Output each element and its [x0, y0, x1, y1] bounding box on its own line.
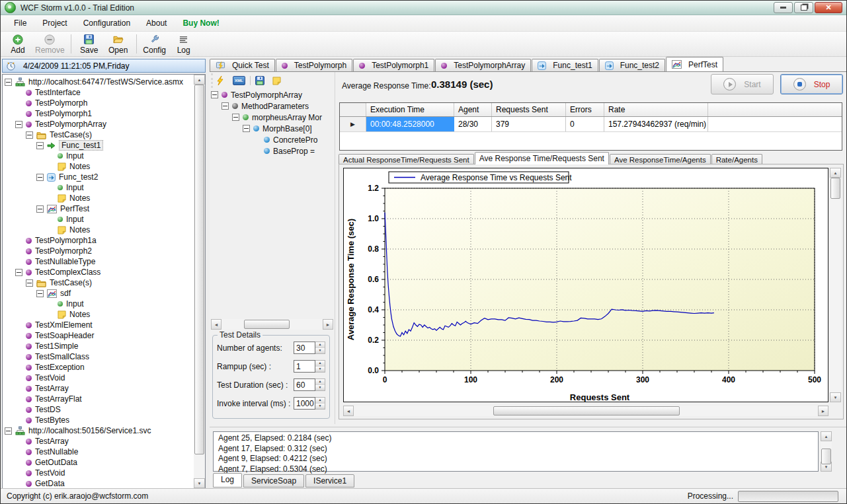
tree-expander-icon[interactable]: [36, 142, 44, 149]
service-tree-node[interactable]: TestArrayFlat: [5, 394, 205, 404]
log-tab-log[interactable]: Log: [213, 473, 242, 487]
grid-cell[interactable]: 00:00:48.2528000: [366, 117, 454, 131]
log-output[interactable]: Agent 25, Elapsed: 0.2184 (sec)Agent 17,…: [213, 431, 819, 472]
remove-button[interactable]: Remove: [32, 32, 67, 55]
start-button[interactable]: Start: [711, 74, 774, 94]
parameter-tree-node[interactable]: ConcretePro: [211, 134, 333, 145]
restore-button[interactable]: [794, 2, 813, 13]
service-tree-node[interactable]: Func_test2: [5, 172, 205, 182]
service-tree-scrollbar[interactable]: ▲ ▼: [194, 75, 205, 488]
menu-item-configuration[interactable]: Configuration: [75, 16, 138, 30]
scrollbar-thumb[interactable]: [244, 320, 290, 329]
service-tree-node[interactable]: Notes: [5, 193, 205, 203]
grid-cell[interactable]: 379: [492, 117, 566, 131]
tree-expander-icon[interactable]: [232, 114, 239, 121]
chart-tab-ave-responsetime-agents[interactable]: Ave ResponseTime/Agents: [610, 154, 711, 164]
tree-expander-icon[interactable]: [36, 174, 44, 181]
scrollbar-thumb[interactable]: [830, 178, 840, 199]
field-value[interactable]: 60: [294, 378, 315, 391]
tab-testpolymorph[interactable]: TestPolymorph: [276, 59, 352, 71]
chart-tab-rate-agents[interactable]: Rate/Agents: [711, 154, 762, 164]
spin-up-icon[interactable]: ▲: [315, 361, 325, 367]
tree-expander-icon[interactable]: [243, 125, 250, 132]
tree-expander-icon[interactable]: [26, 131, 33, 139]
service-tree-node[interactable]: Notes: [5, 225, 205, 235]
service-tree-node[interactable]: TestCase(s): [5, 129, 205, 140]
stop-button[interactable]: Stop: [780, 74, 843, 94]
service-tree-node[interactable]: TestNullableType: [5, 256, 205, 267]
save-button[interactable]: Save: [75, 32, 104, 55]
tree-expander-icon[interactable]: [211, 91, 218, 98]
field-value[interactable]: 1000: [294, 397, 315, 410]
service-tree-node[interactable]: TestComplexClass: [5, 267, 205, 277]
menu-item-project[interactable]: Project: [34, 16, 75, 30]
service-tree-node[interactable]: TestSmallClass: [5, 351, 205, 362]
run-icon[interactable]: [217, 76, 225, 85]
log-tab-iservice1[interactable]: IService1: [305, 474, 354, 487]
service-tree-node[interactable]: TestPolymorph1: [5, 108, 205, 119]
grid-column-header[interactable]: Agent: [454, 103, 492, 116]
tab-testpolymorph1[interactable]: TestPolymorph1: [353, 59, 434, 71]
scroll-up-icon[interactable]: ▲: [821, 431, 832, 441]
scroll-right-icon[interactable]: ►: [818, 406, 828, 416]
xml-icon[interactable]: XML: [233, 76, 245, 85]
service-tree-node[interactable]: http://localhost:64747/TestWS/Service.as…: [5, 77, 205, 87]
service-tree-node[interactable]: Notes: [5, 309, 205, 320]
service-tree-node[interactable]: TestXmlElement: [5, 320, 205, 330]
chart-tab-actual-responsetime-requests-sent[interactable]: Actual ResponseTime/Requests Sent: [339, 154, 474, 164]
service-tree-node[interactable]: TestInterface: [5, 87, 205, 98]
spinner-buttons[interactable]: ▲▼: [315, 378, 325, 391]
scroll-right-icon[interactable]: ►: [323, 319, 333, 330]
menu-item-buy-now-[interactable]: Buy Now!: [175, 16, 227, 30]
tree-expander-icon[interactable]: [26, 279, 33, 287]
service-tree-node[interactable]: TestVoid: [5, 373, 205, 383]
scrollbar-thumb[interactable]: [821, 449, 831, 464]
service-tree-node[interactable]: sdf: [5, 288, 205, 299]
tree-expander-icon[interactable]: [5, 79, 12, 86]
parameter-tree-node[interactable]: TestPolymorphArray: [211, 89, 333, 100]
minimize-button[interactable]: [774, 2, 793, 13]
spinner-buttons[interactable]: ▲▼: [315, 397, 325, 410]
tab-perftest[interactable]: PerfTest: [666, 57, 723, 71]
grid-cell[interactable]: 157.27943462937 (req/min): [604, 117, 708, 131]
log-tab-servicesoap[interactable]: ServiceSoap: [243, 474, 304, 487]
service-tree-node[interactable]: Test1Simple: [5, 341, 205, 351]
rampup-sec-input[interactable]: 1▲▼: [294, 360, 325, 373]
tree-expander-icon[interactable]: [15, 269, 22, 276]
grid-column-header[interactable]: Errors: [566, 103, 604, 116]
service-tree-node[interactable]: GetData: [5, 478, 205, 489]
tab-func-test2[interactable]: Func_test2: [599, 59, 665, 71]
chart-vertical-scrollbar[interactable]: ▲ ▼: [830, 168, 841, 402]
service-tree-node[interactable]: GetOutData: [5, 457, 205, 468]
parameter-tree-node[interactable]: BaseProp =: [211, 145, 333, 157]
tab-testpolymorpharray[interactable]: TestPolymorphArray: [435, 59, 531, 71]
service-tree-node[interactable]: PerfTest: [5, 203, 205, 214]
grid-column-header[interactable]: Rate: [604, 103, 708, 116]
spin-up-icon[interactable]: ▲: [315, 379, 325, 385]
scroll-left-icon[interactable]: ◄: [211, 319, 222, 330]
service-tree-node[interactable]: TestException: [5, 362, 205, 373]
service-tree-node[interactable]: Notes: [5, 161, 205, 172]
tab-quick-test[interactable]: Quick Test: [210, 59, 275, 71]
service-tree-node[interactable]: TestNullable: [5, 447, 205, 457]
spinner-buttons[interactable]: ▲▼: [315, 342, 325, 354]
config-button[interactable]: Config: [140, 32, 169, 55]
service-tree-node[interactable]: Input: [5, 151, 205, 161]
tree-expander-icon[interactable]: [15, 121, 22, 128]
grid-column-header[interactable]: Execution Time: [366, 103, 454, 116]
test-duration-sec-input[interactable]: 60▲▼: [294, 378, 325, 391]
menu-item-file[interactable]: File: [6, 16, 34, 30]
tree-expander-icon[interactable]: [222, 102, 229, 110]
service-tree-node[interactable]: TestDS: [5, 404, 205, 415]
scroll-up-icon[interactable]: ▲: [830, 168, 841, 178]
close-button[interactable]: ✕: [815, 2, 842, 13]
spin-up-icon[interactable]: ▲: [315, 342, 325, 348]
service-tree-node[interactable]: Func_test1: [5, 140, 205, 151]
spin-down-icon[interactable]: ▼: [315, 404, 325, 410]
service-tree-node[interactable]: Input: [5, 214, 205, 225]
spin-down-icon[interactable]: ▼: [315, 385, 325, 391]
service-tree-node[interactable]: TestPolymorphArray: [5, 119, 205, 129]
tree-expander-icon[interactable]: [36, 205, 44, 213]
scrollbar-thumb[interactable]: [493, 406, 680, 415]
scroll-left-icon[interactable]: ◄: [343, 406, 354, 416]
